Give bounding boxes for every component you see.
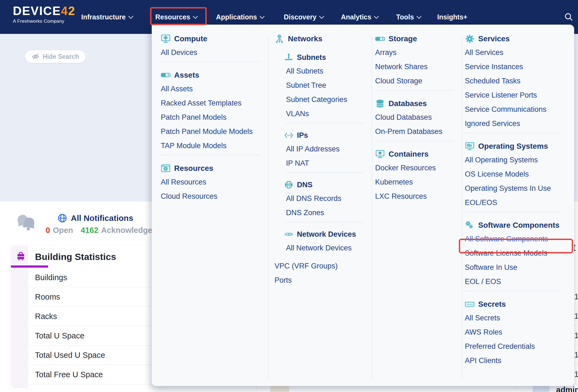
bottom-panel-fragment xyxy=(516,386,533,392)
menu-item-all-network-devices[interactable]: All Network Devices xyxy=(286,241,371,255)
menu-item-on-prem-databases[interactable]: On-Prem Databases xyxy=(375,124,461,139)
menu-subsection-network-devices: Network Devices xyxy=(284,228,371,241)
stat-row-label: Rooms xyxy=(35,292,60,302)
eye-off-icon xyxy=(32,53,39,60)
column-divider xyxy=(462,35,462,380)
brand-4: 4 xyxy=(61,4,68,17)
section-divider xyxy=(286,172,364,173)
menu-item-software-license-models[interactable]: Software License Models xyxy=(465,246,568,260)
section-divider xyxy=(286,222,364,222)
secrets-icon xyxy=(465,299,475,309)
device42-logo[interactable]: DEVICE42 A Freshworks Company xyxy=(13,5,75,24)
section-divider xyxy=(375,141,454,141)
menu-item-all-operating-systems[interactable]: All Operating Systems xyxy=(465,153,568,167)
menu-item-scheduled-tasks[interactable]: Scheduled Tasks xyxy=(465,74,568,88)
menu-column-services: Services All Services Service Instances … xyxy=(465,32,568,368)
menu-section-title: Services xyxy=(478,34,510,43)
notification-counts: 0 Open 4162 Acknowledged xyxy=(46,226,157,235)
menu-item-docker-resources[interactable]: Docker Resources xyxy=(375,161,461,175)
menu-item-service-communications[interactable]: Service Communications xyxy=(465,102,568,116)
software-components-icon xyxy=(465,220,475,230)
dns-icon xyxy=(284,180,293,189)
menu-item-cloud-resources[interactable]: Cloud Resources xyxy=(161,189,267,203)
menu-item-api-clients[interactable]: API Clients xyxy=(465,353,568,368)
bells-icon xyxy=(14,212,38,237)
menu-item-ports[interactable]: Ports xyxy=(275,273,371,287)
menu-item-software-in-use[interactable]: Software In Use xyxy=(465,260,568,274)
chevron-down-icon xyxy=(128,14,133,19)
acknowledged-label: Acknowledged xyxy=(101,226,157,235)
menu-item-vlans[interactable]: VLANs xyxy=(286,107,371,121)
chevron-down-icon xyxy=(319,14,324,19)
column-divider xyxy=(372,35,372,380)
menu-item-all-devices[interactable]: All Devices xyxy=(161,45,267,60)
menu-item-arrays[interactable]: Arrays xyxy=(375,45,461,60)
menu-item-service-listener-ports[interactable]: Service Listener Ports xyxy=(465,88,568,102)
menu-item-os-eol-eos[interactable]: EOL/EOS xyxy=(465,195,568,210)
menu-item-ignored-services[interactable]: Ignored Services xyxy=(465,116,568,131)
menu-item-cloud-storage[interactable]: Cloud Storage xyxy=(375,74,461,88)
notifications-summary: All Notifications 0 Open 4162 Acknowledg… xyxy=(14,210,167,243)
stat-row-label: Buildings xyxy=(35,273,67,282)
clipped-row-value: 1 xyxy=(574,287,578,306)
storage-icon xyxy=(375,34,385,44)
menu-section-networks: Networks xyxy=(275,32,371,45)
menu-item-vpc-vrf-groups[interactable]: VPC (VRF Groups) xyxy=(275,259,371,273)
menu-item-patch-panel-models[interactable]: Patch Panel Models xyxy=(161,110,267,124)
menu-subsection-subnets: Subnets xyxy=(284,51,371,64)
menu-item-subnet-tree[interactable]: Subnet Tree xyxy=(286,78,371,92)
menu-item-racked-asset-templates[interactable]: Racked Asset Templates xyxy=(161,96,267,110)
nav-item-infrastructure[interactable]: Infrastructure xyxy=(81,0,133,34)
search-icon[interactable] xyxy=(564,12,574,22)
menu-item-software-eol-eos[interactable]: EOL / EOS xyxy=(465,274,568,289)
stat-row-label: Total Used U Space xyxy=(35,351,105,360)
menu-item-kubernetes[interactable]: Kubernetes xyxy=(375,175,461,189)
brand-word: DEVIC xyxy=(13,4,52,17)
network-devices-icon xyxy=(284,230,293,239)
menu-item-all-assets[interactable]: All Assets xyxy=(161,82,267,96)
section-divider xyxy=(375,90,454,90)
menu-item-dns-zones[interactable]: DNS Zones xyxy=(286,206,371,220)
all-notifications-link[interactable]: All Notifications xyxy=(57,213,133,223)
nav-item-label: Applications xyxy=(216,13,257,21)
menu-item-all-services[interactable]: All Services xyxy=(465,45,568,60)
menu-item-preferred-credentials[interactable]: Preferred Credentials xyxy=(465,339,568,353)
menu-item-subnet-categories[interactable]: Subnet Categories xyxy=(286,92,371,107)
bottom-panel-fragment xyxy=(257,386,270,392)
hide-search-button[interactable]: Hide Search xyxy=(25,50,86,63)
brand-e: E xyxy=(52,4,61,17)
resources-mega-menu: Compute All Devices Assets All Assets Ra… xyxy=(152,25,574,386)
menu-item-tap-module-models[interactable]: TAP Module Models xyxy=(161,139,267,153)
menu-item-all-secrets[interactable]: All Secrets xyxy=(465,311,568,325)
menu-subsection-ips: IPs xyxy=(284,129,371,142)
nav-item-label: Infrastructure xyxy=(81,13,126,21)
menu-item-ip-nat[interactable]: IP NAT xyxy=(286,156,371,170)
menu-item-patch-panel-module-models[interactable]: Patch Panel Module Models xyxy=(161,124,267,139)
clipped-row-values: 1 1 1 1 1 xyxy=(574,287,578,384)
clipped-row-value: 1 xyxy=(574,345,578,365)
menu-item-aws-roles[interactable]: AWS Roles xyxy=(465,325,568,339)
brand-2: 2 xyxy=(68,4,75,17)
open-count: 0 xyxy=(46,226,50,235)
menu-item-cloud-databases[interactable]: Cloud Databases xyxy=(375,110,461,124)
menu-item-operating-systems-in-use[interactable]: Operating Systems In Use xyxy=(465,181,568,195)
menu-item-all-software-components[interactable]: All Software Components xyxy=(465,232,568,246)
menu-item-all-ip-addresses[interactable]: All IP Addresses xyxy=(286,142,371,156)
menu-item-all-resources[interactable]: All Resources xyxy=(161,175,267,189)
menu-section-title: Software Components xyxy=(478,221,559,230)
menu-item-os-license-models[interactable]: OS License Models xyxy=(465,167,568,181)
admin-user-label[interactable]: admin xyxy=(556,385,578,392)
section-divider xyxy=(161,62,260,62)
menu-section-secrets: Secrets xyxy=(465,298,568,311)
chevron-down-icon xyxy=(193,14,198,19)
menu-item-network-shares[interactable]: Network Shares xyxy=(375,60,461,74)
column-divider xyxy=(268,35,268,380)
menu-item-all-subnets[interactable]: All Subnets xyxy=(286,64,371,78)
menu-item-lxc-resources[interactable]: LXC Resources xyxy=(375,189,461,203)
title-underline xyxy=(11,265,48,268)
stat-row-label: Total U Space xyxy=(35,331,84,340)
menu-item-all-dns-records[interactable]: All DNS Records xyxy=(286,191,371,206)
notifications-title: All Notifications xyxy=(71,213,133,223)
menu-item-service-instances[interactable]: Service Instances xyxy=(465,60,568,74)
menu-section-title: Databases xyxy=(389,99,427,108)
